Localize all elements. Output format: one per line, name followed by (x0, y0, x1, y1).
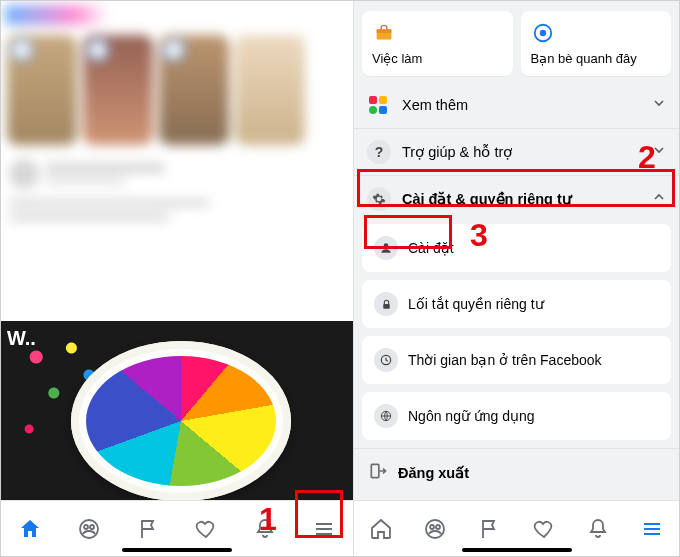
submenu-your-time[interactable]: Thời gian bạn ở trên Facebook (362, 336, 671, 384)
svg-point-13 (430, 525, 434, 529)
annotation-number-1: 1 (259, 501, 277, 538)
annotation-box-1 (295, 490, 343, 538)
shortcuts-row: Việc làm Bạn bè quanh đây (354, 1, 679, 82)
dual-phone-container: W.. 1 (0, 0, 680, 557)
help-icon: ? (366, 139, 392, 165)
nav-notifications-r[interactable] (578, 511, 618, 547)
nearby-icon (531, 21, 555, 45)
see-more-label: Xem thêm (402, 97, 641, 113)
svg-point-1 (84, 525, 88, 529)
svg-point-2 (90, 525, 94, 529)
groups-icon (77, 517, 101, 541)
annotation-number-3: 3 (470, 217, 488, 254)
submenu-privacy-label: Lối tắt quyền riêng tư (408, 296, 544, 312)
chevron-down-icon (651, 95, 667, 115)
nav-home[interactable] (10, 511, 50, 547)
svg-point-0 (80, 520, 98, 538)
lock-icon (374, 292, 398, 316)
home-icon (18, 517, 42, 541)
nav-groups-r[interactable] (415, 511, 455, 547)
flag-icon (477, 517, 501, 541)
groups-icon (423, 517, 447, 541)
nav-dating-r[interactable] (524, 511, 564, 547)
logout-label: Đăng xuất (398, 465, 469, 481)
nav-groups[interactable] (69, 511, 109, 547)
left-phone-feed: W.. 1 (1, 1, 353, 556)
logout-row[interactable]: Đăng xuất (354, 449, 679, 497)
shortcut-nearby-friends[interactable]: Bạn bè quanh đây (521, 11, 672, 76)
svg-rect-8 (383, 303, 390, 308)
nav-menu-r[interactable] (632, 511, 672, 547)
svg-rect-4 (377, 29, 392, 33)
hamburger-icon (640, 517, 664, 541)
nav-home-r[interactable] (361, 511, 401, 547)
heart-icon (194, 517, 218, 541)
post-image: W.. (1, 321, 353, 501)
globe-icon (374, 404, 398, 428)
submenu-language-label: Ngôn ngữ ứng dụng (408, 408, 535, 424)
right-phone-menu: Việc làm Bạn bè quanh đây Xem thêm ? (353, 1, 679, 556)
heart-icon (532, 517, 556, 541)
nav-pages[interactable] (128, 511, 168, 547)
annotation-box-2 (357, 169, 675, 207)
bottom-nav-right (354, 500, 679, 556)
shortcut-nearby-label: Bạn bè quanh đây (531, 51, 662, 66)
submenu-time-label: Thời gian bạn ở trên Facebook (408, 352, 602, 368)
logout-icon (368, 461, 388, 485)
annotation-box-3 (364, 215, 452, 249)
home-icon (369, 517, 393, 541)
help-label: Trợ giúp & hỗ trợ (402, 144, 641, 160)
see-more-icon (366, 92, 392, 118)
see-more-row[interactable]: Xem thêm (354, 82, 679, 128)
flag-icon (136, 517, 160, 541)
svg-point-14 (436, 525, 440, 529)
blurred-feed (1, 1, 353, 321)
nav-pages-r[interactable] (469, 511, 509, 547)
svg-point-6 (539, 30, 545, 36)
annotation-number-2: 2 (638, 139, 656, 176)
submenu-language[interactable]: Ngôn ngữ ứng dụng (362, 392, 671, 440)
shortcut-jobs[interactable]: Việc làm (362, 11, 513, 76)
settings-privacy-submenu: Cài đặt Lối tắt quyền riêng tư Thời gian… (354, 222, 679, 448)
briefcase-icon (372, 21, 396, 45)
shortcut-jobs-label: Việc làm (372, 51, 503, 66)
nav-dating[interactable] (186, 511, 226, 547)
svg-point-12 (426, 520, 444, 538)
bell-icon (586, 517, 610, 541)
svg-rect-11 (371, 464, 379, 477)
clock-icon (374, 348, 398, 372)
submenu-privacy-shortcuts[interactable]: Lối tắt quyền riêng tư (362, 280, 671, 328)
